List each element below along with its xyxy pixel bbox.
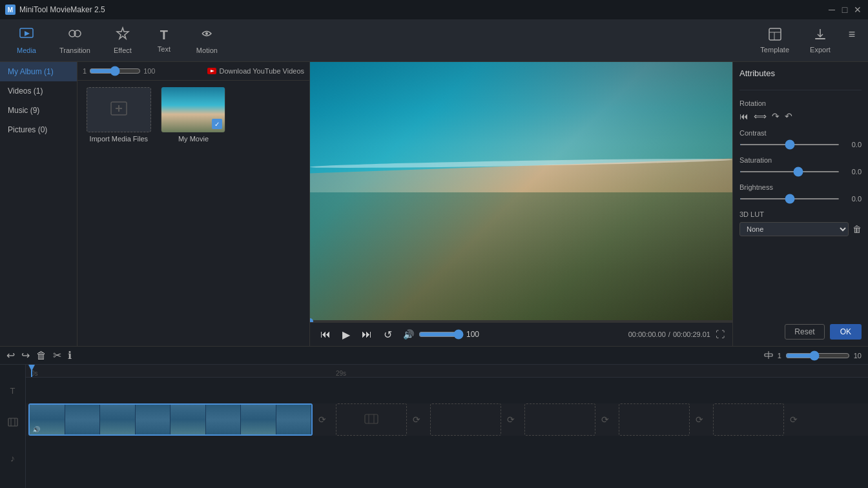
mymovie-label: My Movie (178, 135, 209, 143)
loop-button[interactable]: ↺ (380, 327, 395, 342)
step-fwd-button[interactable]: ⏭ (359, 327, 375, 342)
timeline-tracks: 0s 29s (26, 365, 868, 488)
media-item-mymovie[interactable]: ✓ My Movie (159, 87, 229, 143)
text-track-icon: T (10, 386, 16, 396)
contrast-section: Contrast 0.0 (739, 129, 862, 148)
lut-select[interactable]: None (739, 222, 849, 236)
video-thumb: ✓ (161, 87, 225, 132)
media-panel: 1 100 Download YouTube Videos Import Med… (78, 62, 310, 346)
brightness-slider[interactable] (739, 198, 840, 199)
fullscreen-button[interactable]: ⛶ (716, 329, 725, 340)
time-total: 00:00:29.01 (673, 330, 710, 338)
track-placeholder-2[interactable] (430, 403, 501, 436)
toolbar-left: Media Transition Effect T Text Motion (6, 24, 228, 57)
undo-button[interactable]: ↩ (6, 349, 15, 361)
attributes-title: Attributes (739, 68, 862, 78)
motion-icon (200, 26, 214, 44)
delete-button[interactable]: 🗑 (36, 350, 46, 361)
audio-track-icon: ♪ (10, 453, 15, 463)
toolbar-item-text[interactable]: T Text (145, 24, 183, 57)
media-grid: Import Media Files ✓ My Movie (78, 81, 309, 149)
timeline-zoom-slider[interactable] (785, 351, 850, 361)
svg-marker-1 (25, 31, 30, 36)
track-link-5[interactable]: ⟳ (690, 403, 709, 436)
sidebar-item-videos[interactable]: Videos (1) (0, 81, 77, 101)
track-link-1[interactable]: ⟳ (313, 403, 332, 436)
gutter-audio-track: ♪ (0, 442, 25, 474)
svg-rect-20 (365, 414, 378, 423)
attr-actions: Reset OK (739, 324, 862, 340)
scissors-button[interactable]: ✂ (53, 349, 61, 361)
track-placeholder-3[interactable] (524, 403, 595, 436)
lut-delete-button[interactable]: 🗑 (852, 224, 862, 234)
rotation-cw[interactable]: ↷ (772, 111, 780, 121)
play-button[interactable]: ▶ (338, 327, 354, 342)
template-icon (768, 27, 782, 43)
video-track-strip[interactable]: 🔊 (28, 403, 313, 436)
track-link-4[interactable]: ⟳ (595, 403, 615, 436)
toolbar-item-effect[interactable]: Effect (103, 24, 142, 57)
track-link-2[interactable]: ⟳ (407, 403, 426, 436)
redo-button[interactable]: ↪ (21, 349, 30, 361)
playback-time: 00:00:00.00 / 00:00:29.01 (628, 330, 710, 338)
export-label: Export (810, 46, 831, 54)
title-bar-left: M MiniTool MovieMaker 2.5 (5, 5, 105, 15)
right-panel: Attributes Rotation ⏮ ⟺ ↷ ↶ Contrast 0.0… (732, 62, 868, 346)
rotation-skip-back[interactable]: ⏮ (739, 111, 749, 121)
sidebar-item-myalbum[interactable]: My Album (1) (0, 62, 77, 81)
track-placeholder-4[interactable] (619, 403, 690, 436)
toolbar-item-media[interactable]: Media (6, 24, 46, 57)
text-icon: T (160, 28, 168, 43)
ok-button[interactable]: OK (830, 324, 862, 340)
minimize-button[interactable]: ─ (827, 5, 837, 15)
track-placeholder-1[interactable] (336, 403, 407, 436)
lut-label: 3D LUT (739, 210, 862, 218)
toolbar-item-export[interactable]: Export (801, 25, 840, 56)
track-frame-6 (206, 405, 242, 434)
text-label: Text (158, 45, 170, 53)
volume-control: 🔊 100 (400, 327, 479, 342)
track-link-3[interactable]: ⟳ (501, 403, 521, 436)
media-label: Media (17, 46, 36, 54)
gutter-blank-1 (0, 365, 25, 378)
info-button[interactable]: ℹ (68, 349, 72, 361)
timeline-zoom: 1 10 (763, 350, 862, 361)
saturation-slider[interactable] (739, 171, 840, 172)
track-link-6[interactable]: ⟳ (784, 403, 803, 436)
video-track-icon (8, 417, 18, 429)
effect-label: Effect (114, 46, 132, 54)
track-frame-3 (100, 405, 136, 434)
menu-button[interactable]: ≡ (842, 25, 862, 44)
contrast-value: 0.0 (843, 141, 862, 148)
main-area: My Album (1) Videos (1) Music (9) Pictur… (0, 62, 868, 346)
zoom-slider[interactable] (89, 66, 141, 76)
sidebar: My Album (1) Videos (1) Music (9) Pictur… (0, 62, 78, 346)
motion-label: Motion (196, 46, 218, 54)
toolbar-item-template[interactable]: Template (751, 25, 798, 56)
track-placeholder-5[interactable] (713, 403, 784, 436)
contrast-label: Contrast (739, 129, 862, 137)
contrast-slider[interactable] (739, 144, 840, 145)
time-current: 00:00:00.00 (628, 330, 666, 338)
step-back-button[interactable]: ⏮ (318, 327, 333, 342)
media-item-import[interactable]: Import Media Files (84, 87, 154, 143)
sidebar-item-music[interactable]: Music (9) (0, 101, 77, 120)
sidebar-item-pictures[interactable]: Pictures (0) (0, 120, 77, 139)
transition-icon (68, 26, 82, 44)
volume-slider[interactable] (418, 329, 464, 340)
contrast-slider-row: 0.0 (739, 141, 862, 148)
youtube-download-button[interactable]: Download YouTube Videos (207, 66, 305, 76)
toolbar-item-motion[interactable]: Motion (186, 24, 228, 57)
gutter-video-track (0, 403, 25, 442)
toolbar-item-transition[interactable]: Transition (49, 24, 101, 57)
saturation-slider-row: 0.0 (739, 168, 862, 176)
close-button[interactable]: ✕ (852, 5, 863, 15)
restore-button[interactable]: □ (840, 5, 850, 15)
video-progress-bar[interactable] (310, 320, 732, 322)
rotation-ccw[interactable]: ↶ (785, 111, 792, 121)
brightness-slider-row: 0.0 (739, 195, 862, 203)
text-track-row (26, 378, 868, 403)
reset-button[interactable]: Reset (785, 324, 824, 340)
rotation-flip-h[interactable]: ⟺ (754, 111, 767, 121)
volume-icon[interactable]: 🔊 (400, 327, 416, 342)
